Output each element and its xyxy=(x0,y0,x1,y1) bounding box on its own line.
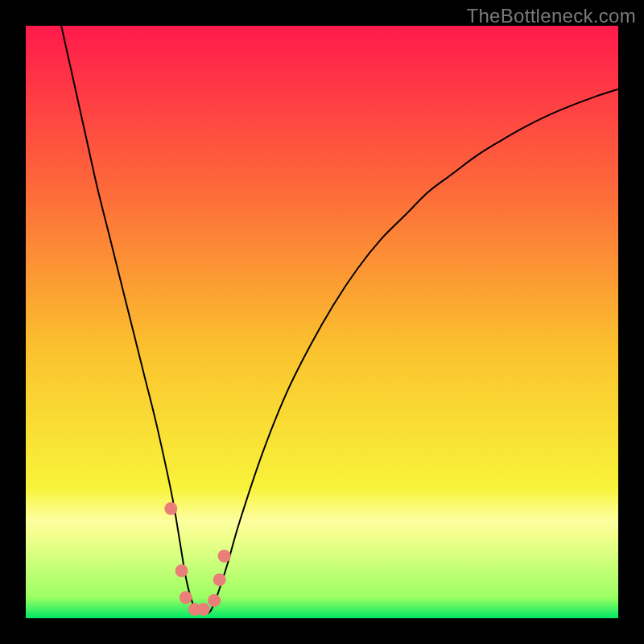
data-marker xyxy=(180,591,192,604)
data-marker xyxy=(175,564,188,577)
gradient-background xyxy=(26,26,618,618)
data-marker xyxy=(208,594,221,607)
chart-frame: TheBottleneck.com xyxy=(0,0,644,644)
watermark-text: TheBottleneck.com xyxy=(466,5,636,27)
data-marker xyxy=(164,502,177,515)
data-marker xyxy=(197,603,210,616)
chart-svg xyxy=(26,26,618,618)
plot-area xyxy=(26,26,618,618)
data-marker xyxy=(218,550,231,563)
data-marker xyxy=(213,573,226,586)
